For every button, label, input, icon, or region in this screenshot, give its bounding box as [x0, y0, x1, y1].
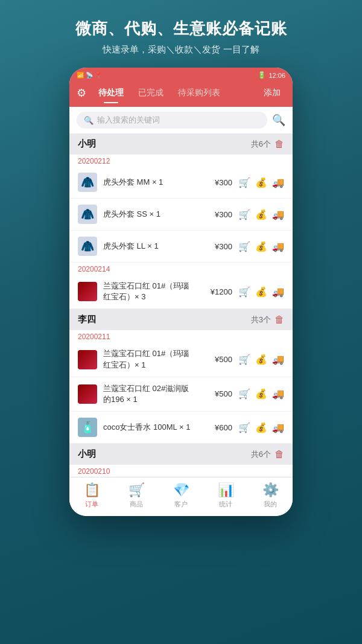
pay-icon-2[interactable]: 💰 — [255, 209, 267, 220]
order-item: 兰蔻宝石口红 01#（玛瑙红宝石）× 1 ¥500 🛒 💰 🚚 — [69, 342, 293, 377]
date-label-2: 20200214 — [69, 263, 293, 275]
pay-icon-5[interactable]: 💰 — [255, 354, 267, 365]
search-placeholder: 输入搜索的关键词 — [97, 115, 160, 126]
add-button[interactable]: 添加 — [259, 85, 285, 101]
ship-icon-3[interactable]: 🚚 — [272, 241, 284, 252]
customers-icon: 💎 — [173, 482, 189, 498]
tab-pending[interactable]: 待处理 — [91, 85, 131, 101]
bottom-nav-products[interactable]: 🛒 商品 — [118, 482, 154, 509]
cart-icon-4[interactable]: 🛒 — [238, 286, 250, 298]
phone-frame: 📶 📡 📍 🔋 12:06 ⚙ 待处理 已完成 待采购列表 添加 🔍 输入搜索的… — [69, 68, 293, 516]
pay-icon-7[interactable]: 💰 — [255, 422, 267, 433]
product-info-2: 虎头外套 SS × 1 — [103, 209, 196, 220]
status-bar: 📶 📡 📍 🔋 12:06 — [69, 68, 293, 81]
battery-icon: 🔋 — [258, 71, 266, 79]
product-thumb-lipstick-3 — [78, 384, 97, 404]
delete-icon-1[interactable]: 🗑 — [275, 139, 284, 150]
stats-icon: 📊 — [218, 482, 234, 498]
product-name-7: coco女士香水 100ML × 1 — [103, 422, 196, 433]
bottom-nav-mine[interactable]: ⚙️ 我的 — [252, 482, 288, 509]
product-info-5: 兰蔻宝石口红 01#（玛瑙红宝石）× 1 — [103, 348, 196, 370]
cart-icon-6[interactable]: 🛒 — [238, 388, 250, 400]
product-info-3: 虎头外套 LL × 1 — [103, 241, 196, 252]
product-name-6: 兰蔻宝石口红 02#滋润版的196 × 1 — [103, 383, 196, 405]
pay-icon-1[interactable]: 💰 — [255, 177, 267, 188]
order-item: 兰蔻宝石口红 01#（玛瑙红宝石）× 3 ¥1200 🛒 💰 🚚 — [69, 275, 293, 309]
mine-icon: ⚙️ — [262, 482, 279, 498]
orders-label: 订单 — [85, 500, 98, 509]
order-actions-3: 🛒 💰 🚚 — [238, 241, 284, 252]
product-price-6: ¥500 — [202, 389, 232, 398]
wifi-signal: 📡 — [86, 72, 93, 78]
content-area: 小明 共6个 🗑 20200212 🧥 虎头外套 MM × 1 ¥300 🛒 💰… — [69, 133, 293, 477]
order-item: 🧴 coco女士香水 100ML × 1 ¥600 🛒 💰 🚚 — [69, 412, 293, 444]
product-info-7: coco女士香水 100ML × 1 — [103, 422, 196, 433]
pay-icon-4[interactable]: 💰 — [255, 286, 267, 298]
ship-icon-4[interactable]: 🚚 — [272, 286, 284, 298]
product-thumb-clothing-2: 🧥 — [78, 205, 97, 224]
order-actions-1: 🛒 💰 🚚 — [238, 177, 284, 188]
time-display: 12:06 — [268, 72, 285, 79]
status-left: 📶 📡 📍 — [77, 72, 102, 78]
product-price-7: ¥600 — [202, 423, 232, 432]
product-name-3: 虎头外套 LL × 1 — [103, 241, 196, 252]
orders-icon: 📋 — [84, 482, 100, 498]
order-actions-5: 🛒 💰 🚚 — [238, 354, 284, 365]
cart-icon-5[interactable]: 🛒 — [238, 354, 250, 365]
location-icon: 📍 — [95, 72, 102, 78]
ship-icon-2[interactable]: 🚚 — [272, 209, 284, 220]
tab-completed[interactable]: 已完成 — [131, 85, 171, 101]
date-label-4: 20200210 — [69, 465, 293, 477]
customer-header-xiaoming-2: 小明 共6个 🗑 — [69, 444, 293, 465]
product-thumb-lipstick-2 — [78, 350, 97, 369]
customer-header-lisi: 李四 共3个 🗑 — [69, 309, 293, 330]
product-thumb-clothing-3: 🧥 — [78, 237, 97, 256]
delete-icon-3[interactable]: 🗑 — [275, 449, 284, 460]
tab-purchase-list[interactable]: 待采购列表 — [171, 85, 227, 101]
mine-label: 我的 — [264, 500, 277, 509]
pay-icon-3[interactable]: 💰 — [255, 241, 267, 252]
perfume-icon-1: 🧴 — [81, 421, 94, 434]
cart-icon-3[interactable]: 🛒 — [238, 241, 250, 252]
order-item: 🧥 虎头外套 SS × 1 ¥300 🛒 💰 🚚 — [69, 199, 293, 231]
ship-icon-1[interactable]: 🚚 — [272, 177, 284, 188]
pay-icon-6[interactable]: 💰 — [255, 388, 267, 400]
ship-icon-6[interactable]: 🚚 — [272, 388, 284, 400]
hero-title: 微商、代购、生意账必备记账 — [75, 18, 287, 39]
products-label: 商品 — [130, 500, 143, 509]
customer-count-2: 共3个 🗑 — [251, 314, 284, 325]
bottom-nav-stats[interactable]: 📊 统计 — [208, 482, 244, 509]
product-name-1: 虎头外套 MM × 1 — [103, 177, 196, 188]
lipstick-img-2 — [78, 350, 97, 369]
customer-count-3: 共6个 🗑 — [251, 449, 284, 460]
search-submit-icon[interactable]: 🔍 — [272, 113, 285, 127]
product-price-1: ¥300 — [202, 178, 232, 187]
bottom-nav-orders[interactable]: 📋 订单 — [74, 482, 110, 509]
products-icon: 🛒 — [129, 482, 145, 498]
nav-bar: ⚙ 待处理 已完成 待采购列表 添加 — [69, 81, 293, 107]
search-input-wrap[interactable]: 🔍 输入搜索的关键词 — [77, 112, 267, 129]
date-label-1: 20200212 — [69, 155, 293, 167]
ship-icon-7[interactable]: 🚚 — [272, 422, 284, 433]
cart-icon-7[interactable]: 🛒 — [238, 422, 250, 433]
stats-label: 统计 — [219, 500, 232, 509]
bottom-nav-customers[interactable]: 💎 客户 — [163, 482, 199, 509]
search-icon: 🔍 — [84, 116, 94, 125]
delete-icon-2[interactable]: 🗑 — [275, 314, 284, 325]
ship-icon-5[interactable]: 🚚 — [272, 354, 284, 365]
clothing-icon-3: 🧥 — [81, 240, 94, 253]
lipstick-img-3 — [78, 384, 97, 404]
product-name-5: 兰蔻宝石口红 01#（玛瑙红宝石）× 1 — [103, 348, 196, 370]
product-name-4: 兰蔻宝石口红 01#（玛瑙红宝石）× 3 — [103, 281, 196, 302]
cart-icon-2[interactable]: 🛒 — [238, 209, 250, 220]
order-actions-4: 🛒 💰 🚚 — [238, 286, 284, 298]
clothing-icon-1: 🧥 — [81, 176, 94, 189]
bottom-nav: 📋 订单 🛒 商品 💎 客户 📊 统计 ⚙️ 我的 — [69, 477, 293, 516]
lipstick-img-1 — [78, 282, 97, 301]
cart-icon-1[interactable]: 🛒 — [238, 177, 250, 188]
date-label-3: 20200211 — [69, 330, 293, 342]
status-right: 🔋 12:06 — [258, 71, 285, 79]
settings-icon[interactable]: ⚙ — [77, 86, 86, 100]
product-thumb-lipstick-1 — [78, 282, 97, 301]
product-info-4: 兰蔻宝石口红 01#（玛瑙红宝石）× 3 — [103, 281, 196, 302]
